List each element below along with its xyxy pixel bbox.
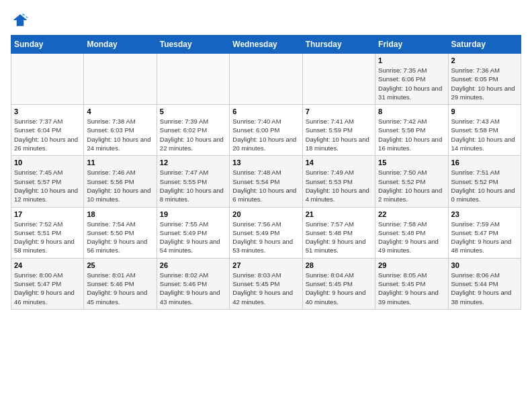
calendar-cell: 8Sunrise: 7:42 AM Sunset: 5:58 PM Daylig…: [375, 105, 448, 156]
calendar-cell: 27Sunrise: 8:03 AM Sunset: 5:45 PM Dayli…: [230, 258, 302, 309]
day-info: Sunrise: 7:54 AM Sunset: 5:50 PM Dayligh…: [87, 220, 153, 255]
day-info: Sunrise: 7:51 AM Sunset: 5:52 PM Dayligh…: [451, 168, 518, 203]
calendar-cell: 9Sunrise: 7:43 AM Sunset: 5:58 PM Daylig…: [448, 105, 521, 156]
calendar-table: SundayMondayTuesdayWednesdayThursdayFrid…: [11, 35, 521, 310]
calendar-cell: 13Sunrise: 7:48 AM Sunset: 5:54 PM Dayli…: [230, 156, 302, 207]
day-number: 19: [160, 210, 226, 218]
calendar-cell: 28Sunrise: 8:04 AM Sunset: 5:45 PM Dayli…: [302, 258, 375, 309]
calendar-header-row: SundayMondayTuesdayWednesdayThursdayFrid…: [11, 36, 521, 54]
calendar-cell: 19Sunrise: 7:55 AM Sunset: 5:49 PM Dayli…: [157, 207, 229, 258]
day-info: Sunrise: 7:37 AM Sunset: 6:04 PM Dayligh…: [14, 117, 81, 152]
day-info: Sunrise: 8:01 AM Sunset: 5:46 PM Dayligh…: [87, 271, 153, 306]
day-info: Sunrise: 7:39 AM Sunset: 6:02 PM Dayligh…: [160, 117, 226, 152]
day-number: 24: [14, 261, 81, 269]
day-info: Sunrise: 7:57 AM Sunset: 5:48 PM Dayligh…: [306, 220, 372, 255]
day-of-week-header: Sunday: [11, 36, 84, 54]
calendar-cell: 14Sunrise: 7:49 AM Sunset: 5:53 PM Dayli…: [302, 156, 375, 207]
day-info: Sunrise: 7:59 AM Sunset: 5:47 PM Dayligh…: [451, 220, 518, 255]
calendar-cell: 15Sunrise: 7:50 AM Sunset: 5:52 PM Dayli…: [375, 156, 448, 207]
day-info: Sunrise: 7:55 AM Sunset: 5:49 PM Dayligh…: [160, 220, 226, 255]
calendar-cell: 29Sunrise: 8:05 AM Sunset: 5:45 PM Dayli…: [375, 258, 448, 309]
day-number: 18: [87, 210, 153, 218]
day-of-week-header: Thursday: [302, 36, 375, 54]
day-info: Sunrise: 8:03 AM Sunset: 5:45 PM Dayligh…: [232, 271, 299, 306]
day-info: Sunrise: 7:48 AM Sunset: 5:54 PM Dayligh…: [232, 168, 299, 203]
calendar-cell: 30Sunrise: 8:06 AM Sunset: 5:44 PM Dayli…: [448, 258, 521, 309]
day-info: Sunrise: 7:58 AM Sunset: 5:48 PM Dayligh…: [378, 220, 445, 255]
day-number: 6: [232, 107, 299, 116]
day-number: 8: [378, 107, 445, 116]
day-number: 27: [232, 261, 299, 269]
day-info: Sunrise: 8:06 AM Sunset: 5:44 PM Dayligh…: [451, 271, 518, 306]
calendar-cell: [84, 54, 157, 105]
calendar-cell: 24Sunrise: 8:00 AM Sunset: 5:47 PM Dayli…: [11, 258, 84, 309]
calendar-cell: 23Sunrise: 7:59 AM Sunset: 5:47 PM Dayli…: [448, 207, 521, 258]
calendar-cell: 11Sunrise: 7:46 AM Sunset: 5:56 PM Dayli…: [84, 156, 157, 207]
day-number: 12: [160, 158, 226, 167]
day-info: Sunrise: 7:52 AM Sunset: 5:51 PM Dayligh…: [14, 220, 81, 255]
day-number: 14: [306, 158, 372, 167]
calendar-week-row: 3Sunrise: 7:37 AM Sunset: 6:04 PM Daylig…: [11, 105, 521, 156]
day-info: Sunrise: 7:49 AM Sunset: 5:53 PM Dayligh…: [306, 168, 372, 203]
day-info: Sunrise: 7:36 AM Sunset: 6:05 PM Dayligh…: [451, 66, 518, 101]
day-info: Sunrise: 8:00 AM Sunset: 5:47 PM Dayligh…: [14, 271, 81, 306]
calendar-week-row: 1Sunrise: 7:35 AM Sunset: 6:06 PM Daylig…: [11, 54, 521, 105]
calendar-cell: 5Sunrise: 7:39 AM Sunset: 6:02 PM Daylig…: [157, 105, 229, 156]
calendar-cell: 16Sunrise: 7:51 AM Sunset: 5:52 PM Dayli…: [448, 156, 521, 207]
day-info: Sunrise: 7:42 AM Sunset: 5:58 PM Dayligh…: [378, 117, 445, 152]
calendar-cell: 18Sunrise: 7:54 AM Sunset: 5:50 PM Dayli…: [84, 207, 157, 258]
page-header: [11, 11, 521, 30]
calendar-cell: 20Sunrise: 7:56 AM Sunset: 5:49 PM Dayli…: [230, 207, 302, 258]
day-info: Sunrise: 7:43 AM Sunset: 5:58 PM Dayligh…: [451, 117, 518, 152]
day-of-week-header: Friday: [375, 36, 448, 54]
day-of-week-header: Tuesday: [157, 36, 229, 54]
calendar-cell: 10Sunrise: 7:45 AM Sunset: 5:57 PM Dayli…: [11, 156, 84, 207]
calendar-cell: [302, 54, 375, 105]
calendar-week-row: 10Sunrise: 7:45 AM Sunset: 5:57 PM Dayli…: [11, 156, 521, 207]
day-info: Sunrise: 8:04 AM Sunset: 5:45 PM Dayligh…: [306, 271, 372, 306]
day-info: Sunrise: 7:41 AM Sunset: 5:59 PM Dayligh…: [306, 117, 372, 152]
calendar-cell: 12Sunrise: 7:47 AM Sunset: 5:55 PM Dayli…: [157, 156, 229, 207]
day-number: 28: [306, 261, 372, 269]
day-number: 2: [451, 56, 518, 64]
day-info: Sunrise: 7:35 AM Sunset: 6:06 PM Dayligh…: [378, 66, 445, 101]
calendar-week-row: 24Sunrise: 8:00 AM Sunset: 5:47 PM Dayli…: [11, 258, 521, 309]
calendar-cell: 26Sunrise: 8:02 AM Sunset: 5:46 PM Dayli…: [157, 258, 229, 309]
calendar-cell: 1Sunrise: 7:35 AM Sunset: 6:06 PM Daylig…: [375, 54, 448, 105]
day-number: 21: [306, 210, 372, 218]
calendar-cell: 3Sunrise: 7:37 AM Sunset: 6:04 PM Daylig…: [11, 105, 84, 156]
calendar-cell: 17Sunrise: 7:52 AM Sunset: 5:51 PM Dayli…: [11, 207, 84, 258]
day-number: 23: [451, 210, 518, 218]
day-number: 26: [160, 261, 226, 269]
day-info: Sunrise: 7:45 AM Sunset: 5:57 PM Dayligh…: [14, 168, 81, 203]
calendar-cell: 21Sunrise: 7:57 AM Sunset: 5:48 PM Dayli…: [302, 207, 375, 258]
day-number: 25: [87, 261, 153, 269]
day-number: 5: [160, 107, 226, 116]
day-number: 4: [87, 107, 153, 116]
calendar-cell: 22Sunrise: 7:58 AM Sunset: 5:48 PM Dayli…: [375, 207, 448, 258]
calendar-cell: [157, 54, 229, 105]
day-of-week-header: Saturday: [448, 36, 521, 54]
logo: [11, 11, 32, 30]
calendar-cell: 2Sunrise: 7:36 AM Sunset: 6:05 PM Daylig…: [448, 54, 521, 105]
day-number: 13: [232, 158, 299, 167]
day-number: 1: [378, 56, 445, 64]
day-number: 15: [378, 158, 445, 167]
day-info: Sunrise: 7:40 AM Sunset: 6:00 PM Dayligh…: [232, 117, 299, 152]
calendar-week-row: 17Sunrise: 7:52 AM Sunset: 5:51 PM Dayli…: [11, 207, 521, 258]
day-of-week-header: Wednesday: [230, 36, 302, 54]
day-info: Sunrise: 7:56 AM Sunset: 5:49 PM Dayligh…: [232, 220, 299, 255]
calendar-cell: 7Sunrise: 7:41 AM Sunset: 5:59 PM Daylig…: [302, 105, 375, 156]
calendar-cell: [230, 54, 302, 105]
day-number: 30: [451, 261, 518, 269]
day-info: Sunrise: 7:50 AM Sunset: 5:52 PM Dayligh…: [378, 168, 445, 203]
day-number: 3: [14, 107, 81, 116]
day-number: 11: [87, 158, 153, 167]
day-number: 7: [306, 107, 372, 116]
day-of-week-header: Monday: [84, 36, 157, 54]
day-info: Sunrise: 7:47 AM Sunset: 5:55 PM Dayligh…: [160, 168, 226, 203]
day-number: 17: [14, 210, 81, 218]
day-info: Sunrise: 7:46 AM Sunset: 5:56 PM Dayligh…: [87, 168, 153, 203]
day-number: 16: [451, 158, 518, 167]
day-info: Sunrise: 8:02 AM Sunset: 5:46 PM Dayligh…: [160, 271, 226, 306]
